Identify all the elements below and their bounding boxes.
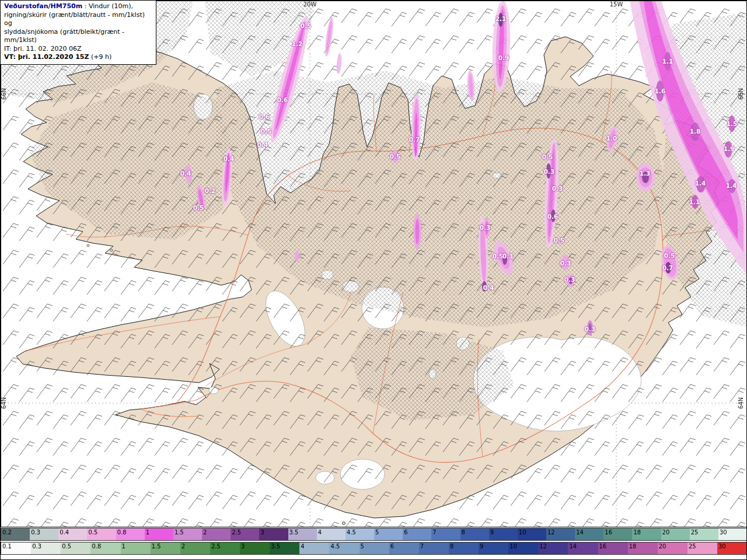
legend-cell: 10 <box>518 528 546 540</box>
legend-cell-label: 16 <box>603 528 632 536</box>
legend-cell-label: 3 <box>240 542 270 550</box>
legend-cell: 2 <box>202 528 231 540</box>
title-box: Veðurstofan/HM750m : Vindur (10m), rigni… <box>1 1 156 65</box>
legend-cell: 0.5 <box>61 542 90 554</box>
legend-cell: 8 <box>460 528 489 540</box>
legend-cell: 25 <box>690 528 718 540</box>
legend-cell: 18 <box>628 542 658 554</box>
legend-cell-label: 12 <box>546 528 575 536</box>
legend-cell: 0.8 <box>90 542 120 554</box>
legend-cell-label: 25 <box>690 528 718 536</box>
legend-cell-label: 2.5 <box>231 528 259 536</box>
map-canvas: 20W 15W 66N 64N 66N 64N <box>1 1 747 527</box>
title-line-1: Veðurstofan/HM750m : Vindur (10m), <box>4 2 151 11</box>
legend-cell-label: 18 <box>632 528 661 536</box>
legend-cell: 7 <box>419 542 449 554</box>
model-name: Veðurstofan/HM750m <box>4 2 82 10</box>
legend-cell: 20 <box>658 542 687 554</box>
legend-cell: 3.5 <box>288 528 317 540</box>
legend-cell: 2 <box>180 542 210 554</box>
legend-cell: 0.4 <box>58 528 87 540</box>
legend-cell: 12 <box>546 528 575 540</box>
legend-cell: 0.8 <box>116 528 145 540</box>
legend-cell: 1 <box>145 528 173 540</box>
legend-cell: 5 <box>359 542 389 554</box>
legend-cell-label: 1 <box>145 528 173 536</box>
legend-cell-label: 12 <box>538 542 568 550</box>
legend-cell: 3 <box>240 542 270 554</box>
legend-cell-label: 18 <box>628 542 658 550</box>
legend-cell-label: 7 <box>419 542 449 550</box>
coord-label-64n-left: 64N <box>1 397 7 409</box>
legend-cell: 20 <box>661 528 690 540</box>
legend-cell: 5 <box>374 528 403 540</box>
legend-cell-label: 6 <box>389 542 419 550</box>
init-time: IT: þri. 11. 02. 2020 06Z <box>4 45 151 54</box>
legend-cell: 1.5 <box>151 542 180 554</box>
legend-cell-label: 3 <box>259 528 288 536</box>
legend-cell-label: 0.8 <box>90 542 120 550</box>
legend-cell-label: 1.5 <box>151 542 180 550</box>
legend-cell: 9 <box>489 528 518 540</box>
legend-cell: 30 <box>717 542 747 554</box>
legend-cell-label: 16 <box>598 542 628 550</box>
legend-cell: 2.5 <box>210 542 240 554</box>
valid-time: VT: þri. 11.02.2020 15Z (+9 h) <box>4 53 151 62</box>
legend-cell: 12 <box>538 542 568 554</box>
legend-cell: 6 <box>403 528 431 540</box>
legend-cell-label: 20 <box>658 542 687 550</box>
title-line-2: rigning/skúrir (grænt/blátt/rautt - mm/1… <box>4 11 151 28</box>
legend-cell: 16 <box>598 542 628 554</box>
legend-cell-label: 1 <box>121 542 151 550</box>
legend-cell: 4 <box>317 528 345 540</box>
legend-cell-label: 14 <box>568 542 598 550</box>
coord-label-66n-left: 66N <box>1 88 7 100</box>
legend-cell: 14 <box>568 542 598 554</box>
legend-cell: 30 <box>718 528 747 540</box>
coord-label-66n-right: 66N <box>738 88 744 100</box>
legend-cell-label: 1.5 <box>173 528 202 536</box>
legend-cell-label: 4.5 <box>345 528 374 536</box>
legend-cell-label: 30 <box>717 542 747 550</box>
legend-cell-label: 4 <box>299 542 329 550</box>
legend-cell: 6 <box>389 542 419 554</box>
map-area: 20W 15W 66N 64N 66N 64N 0.52.11.20.91.11… <box>1 1 747 527</box>
legend-cell-label: 0.8 <box>116 528 145 536</box>
legend-cell: 16 <box>603 528 632 540</box>
legend-cell: 3 <box>259 528 288 540</box>
legend: 0.20.30.40.50.811.522.533.544.5567891012… <box>1 528 747 556</box>
legend-cell-label: 3.5 <box>288 528 317 536</box>
coord-label-15w: 15W <box>610 1 623 8</box>
legend-cell: 4.5 <box>329 542 359 554</box>
legend-cell: 2.5 <box>231 528 259 540</box>
legend-cell-label: 10 <box>518 528 546 536</box>
legend-cell: 1.5 <box>173 528 202 540</box>
legend-cell-label: 14 <box>575 528 603 536</box>
legend-cell-label: 25 <box>687 542 717 550</box>
coord-label-64n-right: 64N <box>738 397 744 409</box>
legend-cell: 4.5 <box>345 528 374 540</box>
valid-time-bold: VT: þri. 11.02.2020 15Z <box>4 53 89 61</box>
legend-cell-label: 0.3 <box>30 528 58 536</box>
legend-cell-label: 6 <box>403 528 431 536</box>
legend-cell-label: 5 <box>359 542 389 550</box>
legend-cell-label: 8 <box>449 542 479 550</box>
legend-cell-label: 9 <box>479 542 508 550</box>
legend-cell-label: 0.4 <box>58 528 87 536</box>
legend-cell: 0.3 <box>31 542 61 554</box>
legend-cell-label: 0.2 <box>1 528 30 536</box>
legend-cell-label: 8 <box>460 528 489 536</box>
title-variable: : Vindur (10m), <box>82 2 133 10</box>
legend-cell-label: 2 <box>180 542 210 550</box>
legend-cell: 3.5 <box>270 542 299 554</box>
legend-cell-label: 0.5 <box>87 528 116 536</box>
legend-cell: 7 <box>431 528 460 540</box>
valid-time-offset: (+9 h) <box>89 53 111 61</box>
legend-cell: 0.1 <box>1 542 31 554</box>
legend-cell-label: 0.1 <box>1 542 31 550</box>
legend-cell: 18 <box>632 528 661 540</box>
legend-cell-label: 2.5 <box>210 542 240 550</box>
legend-cell-label: 0.5 <box>61 542 90 550</box>
legend-cell: 10 <box>508 542 538 554</box>
legend-cell-label: 10 <box>508 542 538 550</box>
